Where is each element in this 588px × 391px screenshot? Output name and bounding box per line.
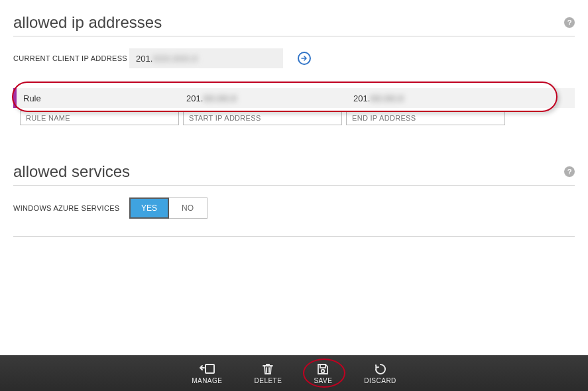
toggle-yes-label: YES: [141, 203, 157, 213]
start-ip-input[interactable]: [183, 111, 342, 125]
add-client-ip-button[interactable]: [298, 52, 311, 65]
section-divider: [13, 236, 575, 237]
discard-button[interactable]: DISCARD: [364, 363, 396, 384]
trash-icon: [261, 363, 274, 376]
save-label: SAVE: [314, 377, 332, 384]
rule-name-text: Rule: [23, 93, 41, 103]
toggle-yes-button[interactable]: YES: [130, 198, 168, 218]
toggle-no-label: NO: [182, 203, 194, 213]
discard-label: DISCARD: [364, 377, 396, 384]
end-ip-input[interactable]: [346, 111, 505, 125]
rule-end-redacted: XX.XX.X: [370, 93, 404, 103]
arrow-right-icon: [300, 54, 308, 62]
rule-start-redacted: XX.XX.X: [203, 93, 237, 103]
rule-start-prefix: 201.: [186, 93, 203, 103]
help-icon[interactable]: ?: [564, 17, 575, 28]
windows-azure-label: WINDOWS AZURE SERVICES: [13, 204, 129, 212]
azure-services-toggle: YES NO: [129, 197, 207, 219]
discard-icon: [374, 363, 387, 376]
section-title-ip: allowed ip addresses: [13, 13, 162, 31]
current-client-ip-value: 201. XXX.XXX.X: [129, 48, 283, 68]
new-rule-input-row: [13, 111, 575, 125]
svg-rect-0: [206, 364, 214, 373]
command-bar: MANAGE DELETE SAVE DISCARD: [0, 355, 588, 391]
client-ip-redacted: XXX.XXX.X: [152, 54, 198, 64]
rule-end-ip-cell: 201. XX.XX.X: [347, 88, 575, 108]
rule-row-container: Rule 201. XX.XX.X 201. XX.XX.X: [13, 88, 575, 125]
section-title-services: allowed services: [13, 162, 130, 180]
save-button[interactable]: SAVE: [314, 363, 332, 384]
delete-button[interactable]: DELETE: [254, 363, 282, 384]
rule-name-cell: Rule: [17, 88, 180, 108]
save-icon: [316, 363, 329, 376]
windows-azure-services-row: WINDOWS AZURE SERVICES YES NO: [13, 197, 575, 219]
section-allowed-services: allowed services ?: [13, 162, 575, 186]
current-client-ip-row: CURRENT CLIENT IP ADDRESS 201. XXX.XXX.X: [13, 48, 575, 68]
help-icon[interactable]: ?: [564, 166, 575, 177]
client-ip-prefix: 201.: [136, 54, 152, 64]
rule-end-prefix: 201.: [353, 93, 370, 103]
current-client-ip-label: CURRENT CLIENT IP ADDRESS: [13, 54, 129, 62]
manage-button[interactable]: MANAGE: [192, 363, 222, 384]
delete-label: DELETE: [254, 377, 282, 384]
toggle-no-button[interactable]: NO: [168, 198, 207, 218]
rule-name-input[interactable]: [20, 111, 179, 125]
firewall-rule-row[interactable]: Rule 201. XX.XX.X 201. XX.XX.X: [13, 88, 575, 108]
manage-label: MANAGE: [192, 377, 222, 384]
svg-point-2: [322, 369, 325, 372]
section-allowed-ip: allowed ip addresses ?: [13, 13, 575, 36]
svg-rect-1: [320, 364, 325, 368]
rule-start-ip-cell: 201. XX.XX.X: [180, 88, 347, 108]
manage-icon: [198, 363, 215, 376]
